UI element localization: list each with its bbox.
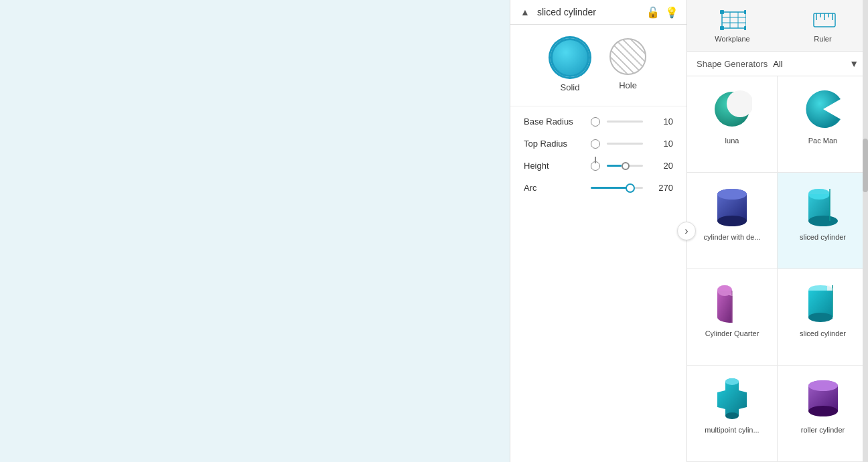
filter-value: All [773, 59, 782, 69]
lock-icon[interactable]: 🔓 [646, 6, 660, 19]
svg-rect-8 [720, 26, 724, 30]
svg-rect-6 [720, 10, 724, 14]
ruler-icon [810, 8, 837, 32]
filter-control[interactable]: All ▼ [773, 58, 859, 69]
hole-label: Hole [619, 80, 637, 90]
cyl-quarter-name: Cylinder Quarter [705, 329, 760, 337]
shapes-library: Workplane Ruler Shap [687, 0, 868, 462]
arc-value: 270 [650, 183, 673, 193]
shape-card-cyl-quarter[interactable]: Cylinder Quarter [687, 269, 778, 366]
svg-point-36 [808, 406, 838, 416]
solid-option[interactable]: Solid [551, 38, 589, 92]
multipoint-svg [711, 374, 753, 424]
svg-point-32 [725, 412, 739, 419]
shape-type-selector: Solid Hole [510, 25, 686, 106]
height-row: Height 20 [524, 161, 673, 171]
solid-circle [551, 38, 589, 77]
scrollbar-thumb[interactable] [863, 139, 868, 192]
title-bar: ▲ sliced cylinder 🔓 💡 [510, 0, 686, 25]
cyl-quarter-svg [711, 279, 753, 325]
height-thumb[interactable] [622, 162, 630, 170]
sliced-2-thumb [800, 279, 847, 325]
roller-name: roller cylinder [801, 426, 845, 434]
next-chevron[interactable]: › [677, 222, 696, 240]
base-radius-track [607, 121, 643, 123]
svg-point-21 [717, 189, 747, 200]
shape-card-sliced-1[interactable]: sliced cylinder [778, 173, 868, 269]
workplane-icon-area [719, 8, 746, 32]
height-label: Height [524, 161, 584, 171]
luna-name: luna [725, 137, 739, 145]
sliced-2-svg [802, 279, 845, 325]
top-toolbar: Workplane Ruler [687, 0, 868, 52]
workplane-icon [719, 8, 746, 32]
roller-svg [802, 375, 845, 422]
solid-label: Solid [561, 82, 580, 92]
svg-rect-9 [744, 26, 746, 30]
shapes-grid: luna Pac Man [687, 76, 868, 462]
cyl-quarter-thumb [709, 279, 755, 325]
shape-card-cylinder-de[interactable]: cylinder with de... [687, 173, 778, 269]
scrollbar[interactable] [863, 0, 868, 462]
base-radius-slider[interactable] [607, 121, 643, 123]
hole-circle [609, 38, 646, 75]
cylinder-de-name: cylinder with de... [704, 233, 761, 241]
svg-point-29 [808, 313, 833, 322]
shape-card-luna[interactable]: luna [687, 76, 778, 173]
ruler-toolbar-item[interactable]: Ruler [778, 5, 868, 46]
svg-rect-7 [744, 10, 746, 14]
roller-thumb [800, 375, 847, 422]
svg-point-37 [808, 380, 838, 391]
lightbulb-icon[interactable]: 💡 [665, 6, 678, 19]
top-radius-knob[interactable] [591, 139, 600, 149]
shape-generators-title: Shape Generators [697, 59, 768, 69]
luna-svg [712, 89, 752, 129]
shape-card-multipoint[interactable]: multipoint cylin... [687, 366, 778, 462]
luna-thumb [709, 86, 755, 133]
base-radius-row: Base Radius 10 [524, 117, 673, 127]
arc-track [591, 187, 643, 189]
multipoint-name: multipoint cylin... [705, 426, 759, 434]
height-knob[interactable] [591, 161, 600, 171]
sliced-1-svg [802, 182, 845, 229]
top-radius-label: Top Radius [524, 139, 584, 149]
shape-generators-header: Shape Generators All ▼ [687, 52, 868, 76]
ruler-icon-area [810, 8, 837, 32]
shape-card-pacman[interactable]: Pac Man [778, 76, 868, 173]
ruler-label: Ruler [814, 35, 831, 43]
workplane-toolbar-item[interactable]: Workplane [687, 5, 778, 46]
base-radius-label: Base Radius [524, 117, 584, 127]
cylinder-de-svg [711, 182, 753, 229]
hole-option[interactable]: Hole [609, 38, 646, 92]
workplane-label: Workplane [715, 35, 749, 43]
shape-card-roller[interactable]: roller cylinder [778, 366, 868, 462]
pacman-thumb [800, 86, 847, 133]
pacman-name: Pac Man [808, 137, 837, 145]
sliced-1-name: sliced cylinder [800, 233, 846, 241]
top-radius-slider[interactable] [607, 143, 643, 145]
pacman-svg [803, 89, 843, 129]
filter-chevron[interactable]: ▼ [849, 58, 859, 69]
shape-card-sliced-2[interactable]: sliced cylinder [778, 269, 868, 366]
top-radius-row: Top Radius 10 [524, 139, 673, 149]
base-radius-knob[interactable] [591, 117, 600, 127]
svg-point-33 [725, 378, 739, 385]
arc-slider-container[interactable] [591, 187, 643, 189]
svg-rect-1 [722, 12, 746, 28]
arc-label: Arc [524, 183, 584, 193]
multipoint-thumb [709, 375, 755, 422]
height-slider[interactable] [607, 165, 643, 167]
sliced-2-name: sliced cylinder [800, 329, 846, 337]
properties-section: Base Radius 10 Top Radius 10 Height [510, 106, 686, 203]
main-layout: ↻ ↺ Edit Grid Snap Grid 1.0 mm ▲ ▲ slice… [0, 0, 868, 462]
arc-thumb[interactable] [626, 183, 635, 193]
sliced-1-thumb [800, 182, 847, 229]
collapse-button[interactable]: ▲ [518, 5, 532, 19]
properties-panel: ▲ sliced cylinder 🔓 💡 Solid Hole Base Ra… [510, 0, 687, 462]
height-value: 20 [650, 161, 673, 171]
arc-row: Arc 270 [524, 183, 673, 193]
base-radius-value: 10 [650, 117, 673, 127]
svg-point-23 [808, 216, 838, 226]
top-radius-track [607, 143, 643, 145]
shape-title: sliced cylinder [537, 7, 641, 17]
